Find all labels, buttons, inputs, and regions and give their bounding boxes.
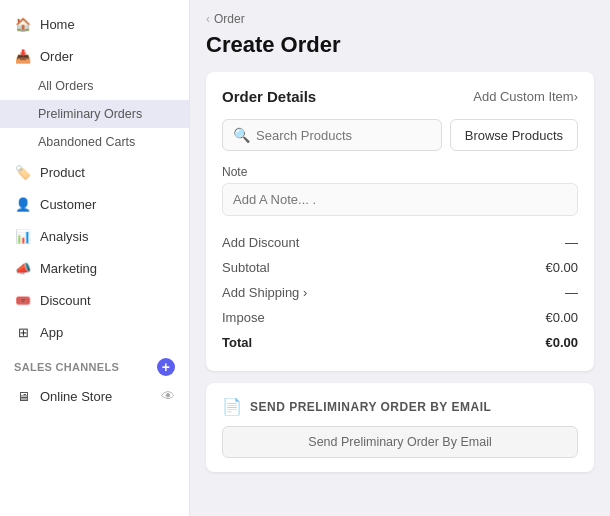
app-icon: ⊞ — [14, 323, 32, 341]
card-header: Order Details Add Custom Item› — [222, 88, 578, 105]
subtotal-label: Subtotal — [222, 260, 270, 275]
sidebar-item-label: Preliminary Orders — [38, 107, 142, 121]
add-discount-row: Add Discount — — [222, 230, 578, 255]
sidebar-item-label: Product — [40, 165, 85, 180]
subtotal-row: Subtotal €0.00 — [222, 255, 578, 280]
page-title: Create Order — [206, 32, 594, 58]
add-shipping-row: Add Shipping › — — [222, 280, 578, 305]
main-content: ‹ Order Create Order Order Details Add C… — [190, 0, 610, 516]
breadcrumb: ‹ Order — [206, 12, 594, 26]
breadcrumb-chevron: ‹ — [206, 12, 210, 26]
search-row: 🔍 Browse Products — [222, 119, 578, 151]
sidebar-item-label: App — [40, 325, 63, 340]
email-card: 📄 SEND PRELIMINARY ORDER BY EMAIL Send P… — [206, 383, 594, 472]
sidebar-item-label: Home — [40, 17, 75, 32]
sidebar-item-all-orders[interactable]: All Orders — [0, 72, 189, 100]
sidebar-item-label: Discount — [40, 293, 91, 308]
sidebar: 🏠 Home 📥 Order All Orders Preliminary Or… — [0, 0, 190, 516]
search-box: 🔍 — [222, 119, 442, 151]
email-header: 📄 SEND PRELIMINARY ORDER BY EMAIL — [222, 397, 578, 416]
sidebar-item-discount[interactable]: 🎟️ Discount — [0, 284, 189, 316]
search-input[interactable] — [256, 128, 431, 143]
impose-row: Impose €0.00 — [222, 305, 578, 330]
total-label: Total — [222, 335, 252, 350]
sidebar-item-analysis[interactable]: 📊 Analysis — [0, 220, 189, 252]
impose-label: Impose — [222, 310, 265, 325]
sidebar-item-label: All Orders — [38, 79, 94, 93]
eye-icon: 👁 — [161, 388, 175, 404]
sidebar-item-label: Online Store — [40, 389, 112, 404]
sidebar-item-label: Marketing — [40, 261, 97, 276]
sidebar-item-product[interactable]: 🏷️ Product — [0, 156, 189, 188]
total-row: Total €0.00 — [222, 330, 578, 355]
impose-value: €0.00 — [545, 310, 578, 325]
send-email-button[interactable]: Send Preliminary Order By Email — [222, 426, 578, 458]
home-icon: 🏠 — [14, 15, 32, 33]
search-icon: 🔍 — [233, 127, 250, 143]
sidebar-item-label: Analysis — [40, 229, 88, 244]
order-details-card: Order Details Add Custom Item› 🔍 Browse … — [206, 72, 594, 371]
sidebar-item-abandoned-carts[interactable]: Abandoned Carts — [0, 128, 189, 156]
sidebar-item-online-store[interactable]: 🖥 Online Store 👁 — [0, 380, 189, 412]
sidebar-item-customer[interactable]: 👤 Customer — [0, 188, 189, 220]
email-icon: 📄 — [222, 397, 242, 416]
total-value: €0.00 — [545, 335, 578, 350]
add-sales-channel-button[interactable]: + — [157, 358, 175, 376]
breadcrumb-parent: Order — [214, 12, 245, 26]
product-icon: 🏷️ — [14, 163, 32, 181]
sidebar-item-preliminary-orders[interactable]: Preliminary Orders — [0, 100, 189, 128]
browse-products-button[interactable]: Browse Products — [450, 119, 578, 151]
sales-channels-label: SALES CHANNELS — [14, 361, 119, 373]
analysis-icon: 📊 — [14, 227, 32, 245]
sidebar-item-label: Customer — [40, 197, 96, 212]
sidebar-item-home[interactable]: 🏠 Home — [0, 8, 189, 40]
sidebar-item-label: Abandoned Carts — [38, 135, 135, 149]
email-section-title: SEND PRELIMINARY ORDER BY EMAIL — [250, 400, 491, 414]
add-custom-item-button[interactable]: Add Custom Item› — [473, 89, 578, 104]
add-shipping-value: — — [565, 285, 578, 300]
add-discount-label[interactable]: Add Discount — [222, 235, 299, 250]
card-title: Order Details — [222, 88, 316, 105]
add-shipping-label[interactable]: Add Shipping › — [222, 285, 307, 300]
sidebar-item-order[interactable]: 📥 Order — [0, 40, 189, 72]
customer-icon: 👤 — [14, 195, 32, 213]
discount-icon: 🎟️ — [14, 291, 32, 309]
sidebar-item-marketing[interactable]: 📣 Marketing — [0, 252, 189, 284]
marketing-icon: 📣 — [14, 259, 32, 277]
sales-channels-section: SALES CHANNELS + — [0, 348, 189, 380]
note-label: Note — [222, 165, 578, 179]
order-icon: 📥 — [14, 47, 32, 65]
note-input[interactable] — [222, 183, 578, 216]
online-store-icon: 🖥 — [14, 387, 32, 405]
subtotal-value: €0.00 — [545, 260, 578, 275]
add-discount-value: — — [565, 235, 578, 250]
sidebar-item-label: Order — [40, 49, 73, 64]
sidebar-item-app[interactable]: ⊞ App — [0, 316, 189, 348]
